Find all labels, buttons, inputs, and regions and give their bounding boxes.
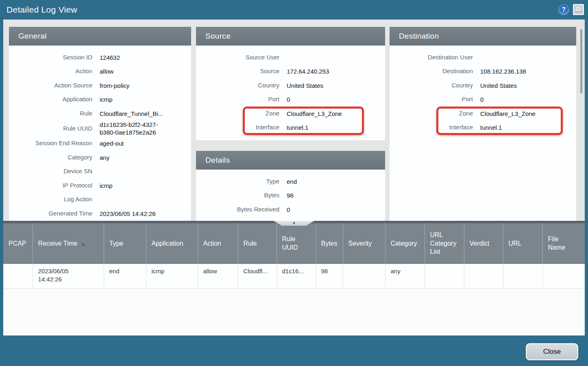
field-label: Port <box>196 96 279 103</box>
cell-receive-time: 2023/06/05 14:42:26 <box>33 264 104 288</box>
field-label: Session ID <box>9 54 92 61</box>
field-label: Log Action <box>9 196 92 203</box>
field-row: Generated Time2023/06/05 14:42:26 <box>9 207 191 221</box>
field-row: ZoneCloudflare_L3_Zone <box>196 107 385 121</box>
field-row: Device SN <box>9 165 191 179</box>
field-label: Generated Time <box>9 210 92 218</box>
field-label: Port <box>390 96 473 103</box>
cell-url-category-list <box>425 264 464 288</box>
close-button[interactable]: Close <box>526 343 578 360</box>
column-header-action[interactable]: Action <box>198 223 238 264</box>
field-row: Actionallow <box>9 65 191 79</box>
field-row: Source172.64.240.253 <box>196 65 385 79</box>
cell-rule-uuid: d1c16... <box>277 264 316 288</box>
field-value: tunnel.1 <box>480 124 502 132</box>
field-label: Rule UUID <box>9 125 92 133</box>
panel-general-header: General <box>9 27 191 46</box>
field-label: Destination <box>390 68 473 75</box>
field-label: Source <box>196 68 279 75</box>
field-value: any <box>100 154 109 162</box>
field-row: IP Protocolicmp <box>9 179 191 193</box>
cell-severity <box>343 264 385 288</box>
field-label: Action <box>9 68 92 75</box>
field-value: 2023/06/05 14:42:26 <box>100 210 156 218</box>
panel-source-content: Source User Source172.64.240.253 Country… <box>196 46 385 135</box>
field-value: 124632 <box>100 54 120 62</box>
field-value: United States <box>287 82 323 90</box>
field-row: Action Sourcefrom-policy <box>9 78 191 93</box>
panel-details: Details Typeend Bytes98 Bytes Received0 <box>196 151 385 221</box>
field-label: IP Protocol <box>9 182 92 190</box>
field-row: Applicationicmp <box>9 93 191 107</box>
field-value: end <box>287 178 297 186</box>
cell-verdict <box>464 264 503 288</box>
log-table-area: PCAP Receive Time▲ Type Application Acti… <box>3 223 585 336</box>
field-label: Country <box>390 82 473 89</box>
help-icon[interactable]: ? <box>558 4 569 15</box>
column-header-pcap[interactable]: PCAP <box>3 223 33 264</box>
title-bar: Detailed Log View ? <box>0 0 588 20</box>
field-row: Port0 <box>196 93 385 107</box>
table-row[interactable]: 2023/06/05 14:42:26 end icmp allow Cloud… <box>3 264 585 288</box>
field-row: Bytes Received0 <box>196 203 385 217</box>
panel-general: General Session ID124632 Actionallow Act… <box>9 27 191 221</box>
column-header-url-category-list[interactable]: URL Category List <box>425 223 464 264</box>
field-row: Destination User <box>390 50 576 65</box>
field-label: Bytes <box>196 192 279 199</box>
field-value: Cloudflare_L3_Zone <box>480 110 536 118</box>
field-row: Session ID124632 <box>9 50 191 65</box>
field-value: allow <box>100 68 113 76</box>
field-value: 108.162.236.138 <box>480 68 526 76</box>
field-row: Categoryany <box>9 150 191 165</box>
cell-category: any <box>385 264 425 288</box>
maximize-icon-inner <box>576 7 581 11</box>
cell-type: end <box>104 264 146 288</box>
column-header-bytes[interactable]: Bytes <box>316 223 343 264</box>
field-row: Interfacetunnel.1 <box>196 121 385 135</box>
field-value: aged-out <box>100 139 124 148</box>
panel-destination: Destination Destination User Destination… <box>390 27 576 221</box>
column-header-type[interactable]: Type <box>104 223 146 264</box>
field-value: 0 <box>287 206 290 214</box>
column-header-severity[interactable]: Severity <box>343 223 385 264</box>
field-value: tunnel.1 <box>287 124 308 132</box>
field-value: Cloudflare_Tunnel_Bi... <box>100 110 163 118</box>
column-header-application[interactable]: Application <box>146 223 198 264</box>
panel-source: Source Source User Source172.64.240.253 … <box>196 27 385 140</box>
column-header-rule-uuid[interactable]: Rule UUID <box>277 223 316 264</box>
field-label: Application <box>9 96 92 103</box>
column-header-url[interactable]: URL <box>503 223 542 264</box>
cell-file-name <box>542 264 585 288</box>
panel-general-content: Session ID124632 Actionallow Action Sour… <box>9 46 191 221</box>
panel-details-content: Typeend Bytes98 Bytes Received0 <box>196 170 385 217</box>
log-table: PCAP Receive Time▲ Type Application Acti… <box>3 223 585 289</box>
field-row: CountryUnited States <box>196 78 385 93</box>
field-label: Source User <box>196 54 279 61</box>
column-header-receive-time[interactable]: Receive Time▲ <box>33 223 104 264</box>
column-header-category[interactable]: Category <box>385 223 425 264</box>
vertical-scrollbar-thumb[interactable] <box>580 29 582 94</box>
field-row: CountryUnited States <box>390 78 576 93</box>
cell-pcap <box>3 264 33 288</box>
field-value: 0 <box>480 96 483 104</box>
field-row: ZoneCloudflare_L3_Zone <box>390 107 576 121</box>
field-label: Bytes Received <box>196 206 279 214</box>
field-label: Destination User <box>390 54 473 61</box>
maximize-icon[interactable] <box>573 4 584 15</box>
panel-details-header: Details <box>196 151 385 170</box>
field-label: Category <box>9 154 92 161</box>
table-header-row: PCAP Receive Time▲ Type Application Acti… <box>3 223 585 264</box>
cell-application: icmp <box>146 264 198 288</box>
column-header-rule[interactable]: Rule <box>238 223 277 264</box>
cell-rule: Cloudfl... <box>238 264 277 288</box>
field-row: Session End Reasonaged-out <box>9 137 191 151</box>
field-value: 98 <box>287 192 294 200</box>
detailed-log-view-dialog: Detailed Log View ? General Session ID12… <box>0 0 588 366</box>
field-label: Zone <box>390 110 473 118</box>
column-header-file-name[interactable]: File Name <box>542 223 585 264</box>
field-label: Type <box>196 178 279 185</box>
sort-ascending-icon: ▲ <box>81 241 85 247</box>
column-header-verdict[interactable]: Verdict <box>464 223 503 264</box>
field-value: Cloudflare_L3_Zone <box>287 110 342 118</box>
field-label: Zone <box>196 110 279 118</box>
